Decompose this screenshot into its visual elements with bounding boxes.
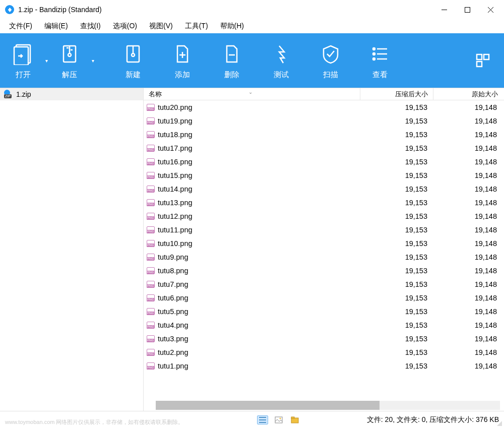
file-compressed: 19,153	[360, 103, 433, 111]
extract-dropdown[interactable]: ▾	[86, 58, 100, 64]
scan-button[interactable]: 扫描	[314, 38, 347, 84]
png-icon	[147, 158, 155, 165]
view-details-icon[interactable]	[257, 415, 268, 424]
file-row[interactable]: tutu1.png 19,153 19,148	[144, 359, 504, 373]
svg-point-19	[373, 53, 375, 55]
file-compressed: 19,153	[360, 280, 433, 288]
close-button[interactable]	[479, 2, 502, 18]
minimize-button[interactable]	[432, 2, 456, 18]
svg-rect-25	[477, 62, 482, 67]
menu-edit[interactable]: 编辑(E)	[39, 21, 73, 32]
maximize-button[interactable]	[456, 2, 479, 18]
file-list[interactable]: tutu20.png 19,153 19,148 tutu19.png 19,1…	[144, 100, 504, 400]
file-row[interactable]: tutu4.png 19,153 19,148	[144, 318, 504, 332]
add-label: 添加	[175, 70, 190, 80]
png-icon	[147, 199, 155, 206]
file-row[interactable]: tutu18.png 19,153 19,148	[144, 128, 504, 141]
file-row[interactable]: tutu2.png 19,153 19,148	[144, 345, 504, 359]
menu-help[interactable]: 帮助(H)	[215, 21, 249, 32]
png-icon	[147, 145, 155, 152]
file-row[interactable]: tutu16.png 19,153 19,148	[144, 155, 504, 168]
file-row[interactable]: tutu9.png 19,153 19,148	[144, 250, 504, 264]
file-row[interactable]: tutu15.png 19,153 19,148	[144, 168, 504, 182]
add-button[interactable]: 添加	[166, 38, 199, 84]
file-row[interactable]: tutu5.png 19,153 19,148	[144, 304, 504, 318]
file-row[interactable]: tutu12.png 19,153 19,148	[144, 209, 504, 223]
title-bar: 1.zip - Bandizip (Standard)	[0, 0, 504, 19]
view-thumbnails-icon[interactable]	[273, 415, 284, 424]
folder-tree: ZIP 1.zip	[0, 88, 144, 411]
test-label: 测试	[274, 70, 289, 80]
horizontal-scrollbar[interactable]	[156, 401, 500, 410]
file-compressed: 19,153	[360, 171, 433, 179]
view-button[interactable]: 查看	[364, 38, 396, 84]
open-button[interactable]: 打开	[7, 38, 39, 84]
png-icon	[147, 335, 155, 342]
file-name: tutu6.png	[158, 294, 188, 302]
file-panel: 名称 ⌄ 压缩后大小 原始大小 tutu20.png 19,153 19,148…	[144, 88, 504, 411]
view-explorer-icon[interactable]	[289, 415, 300, 424]
extract-icon	[58, 42, 81, 66]
codepage-button[interactable]	[469, 44, 497, 77]
status-text: 文件: 20, 文件夹: 0, 压缩文件大小: 376 KB	[367, 415, 499, 424]
file-row[interactable]: tutu10.png 19,153 19,148	[144, 236, 504, 250]
file-compressed: 19,153	[360, 117, 433, 125]
tree-root[interactable]: ZIP 1.zip	[0, 88, 143, 100]
file-row[interactable]: tutu3.png 19,153 19,148	[144, 332, 504, 345]
toolbar: 打开 ▾ 解压 ▾ 新建 添加 删除 测试 扫描 查看	[0, 33, 504, 88]
file-original: 19,148	[433, 308, 503, 316]
open-dropdown[interactable]: ▾	[39, 58, 53, 64]
file-compressed: 19,153	[360, 212, 433, 220]
png-icon	[147, 172, 155, 179]
svg-point-30	[280, 417, 281, 419]
file-compressed: 19,153	[360, 131, 433, 139]
svg-point-8	[68, 53, 71, 56]
file-name: tutu7.png	[158, 280, 188, 288]
file-row[interactable]: tutu11.png 19,153 19,148	[144, 223, 504, 236]
file-row[interactable]: tutu17.png 19,153 19,148	[144, 141, 504, 155]
col-compressed[interactable]: 压缩后大小	[360, 88, 433, 100]
file-row[interactable]: tutu19.png 19,153 19,148	[144, 114, 504, 128]
file-row[interactable]: tutu7.png 19,153 19,148	[144, 277, 504, 291]
file-name: tutu1.png	[158, 362, 188, 370]
png-icon	[147, 322, 155, 329]
column-header: 名称 ⌄ 压缩后大小 原始大小	[144, 88, 504, 100]
file-row[interactable]: tutu14.png 19,153 19,148	[144, 182, 504, 196]
delete-button[interactable]: 删除	[216, 38, 248, 84]
svg-point-21	[373, 58, 375, 60]
new-button[interactable]: 新建	[117, 38, 149, 84]
file-original: 19,148	[433, 267, 503, 275]
file-name: tutu13.png	[158, 199, 193, 207]
menu-file[interactable]: 文件(F)	[4, 21, 37, 32]
menu-options[interactable]: 选项(O)	[108, 21, 142, 32]
file-original: 19,148	[433, 362, 503, 370]
test-button[interactable]: 测试	[265, 38, 297, 84]
file-row[interactable]: tutu8.png 19,153 19,148	[144, 264, 504, 277]
file-compressed: 19,153	[360, 267, 433, 275]
resize-grip[interactable]	[496, 420, 502, 426]
file-name: tutu10.png	[158, 239, 193, 248]
file-original: 19,148	[433, 185, 503, 193]
menu-find[interactable]: 查找(I)	[75, 21, 106, 32]
file-compressed: 19,153	[360, 335, 433, 343]
file-row[interactable]: tutu6.png 19,153 19,148	[144, 291, 504, 304]
file-name: tutu12.png	[158, 212, 193, 220]
png-icon	[147, 294, 155, 301]
file-compressed: 19,153	[360, 253, 433, 261]
file-name: tutu2.png	[158, 348, 188, 356]
png-icon	[147, 240, 155, 247]
file-original: 19,148	[433, 294, 503, 302]
menu-view[interactable]: 视图(V)	[144, 21, 178, 32]
file-name: tutu16.png	[158, 158, 193, 166]
col-original[interactable]: 原始大小	[433, 88, 503, 100]
file-row[interactable]: tutu13.png 19,153 19,148	[144, 196, 504, 209]
sort-indicator: ⌄	[248, 89, 253, 95]
file-name: tutu18.png	[158, 131, 193, 139]
file-row[interactable]: tutu20.png 19,153 19,148	[144, 100, 504, 114]
file-compressed: 19,153	[360, 226, 433, 234]
menu-tools[interactable]: 工具(T)	[180, 21, 213, 32]
png-icon	[147, 104, 155, 111]
scan-icon	[320, 42, 342, 66]
svg-point-17	[373, 48, 375, 50]
extract-button[interactable]: 解压	[53, 38, 86, 84]
